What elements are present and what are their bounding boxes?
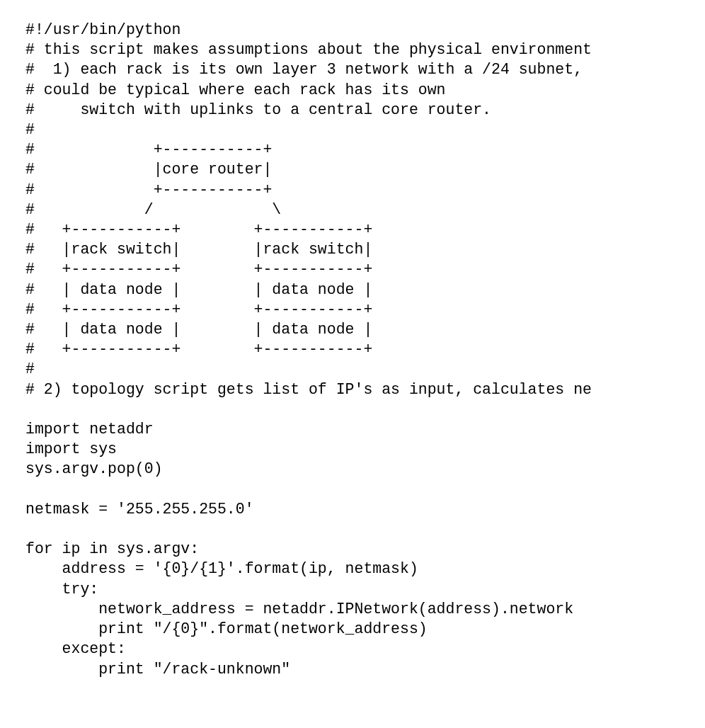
code-line: # | data node | | data node | <box>25 281 372 298</box>
code-line: # / \ <box>25 201 281 218</box>
code-line: # this script makes assumptions about th… <box>25 41 592 58</box>
code-line: # +-----------+ <box>25 181 272 198</box>
code-line: import netaddr <box>25 421 154 438</box>
code-line: # switch with uplinks to a central core … <box>25 101 491 118</box>
code-line: print "/rack-unknown" <box>25 661 290 678</box>
code-line: sys.argv.pop(0) <box>25 460 163 477</box>
code-line: # could be typical where each rack has i… <box>25 81 446 98</box>
code-line: # +-----------+ +-----------+ <box>25 261 372 278</box>
code-line: # |rack switch| |rack switch| <box>25 241 372 258</box>
code-line: # +-----------+ +-----------+ <box>25 341 372 358</box>
code-line: # +-----------+ <box>25 141 272 158</box>
code-line: except: <box>25 640 126 657</box>
code-line: # +-----------+ +-----------+ <box>25 221 372 238</box>
code-line: # 2) topology script gets list of IP's a… <box>25 381 592 398</box>
code-block: #!/usr/bin/python # this script makes as… <box>0 0 705 679</box>
code-line: #!/usr/bin/python <box>25 21 180 38</box>
code-line: netmask = '255.255.255.0' <box>25 501 254 518</box>
code-line: # |core router| <box>25 161 272 178</box>
code-line: try: <box>25 581 98 598</box>
code-line: print "/{0}".format(network_address) <box>25 620 428 637</box>
code-line: # +-----------+ +-----------+ <box>25 301 372 318</box>
code-line: network_address = netaddr.IPNetwork(addr… <box>25 601 573 618</box>
code-line: import sys <box>25 440 117 457</box>
code-line: for ip in sys.argv: <box>25 540 199 557</box>
code-line: # <box>25 360 35 377</box>
code-line: # 1) each rack is its own layer 3 networ… <box>25 61 583 78</box>
code-line: address = '{0}/{1}'.format(ip, netmask) <box>25 560 418 577</box>
code-line: # | data node | | data node | <box>25 321 372 338</box>
code-line: # <box>25 121 35 138</box>
